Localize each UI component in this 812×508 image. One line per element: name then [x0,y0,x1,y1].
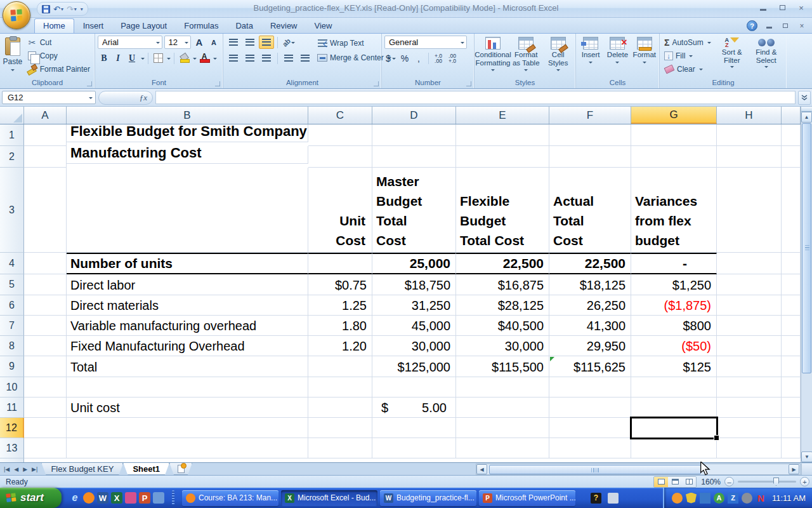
tab-home[interactable]: Home [34,18,74,33]
cell-B4[interactable]: Number of units [67,253,308,274]
row-header-6[interactable]: 6 [0,295,24,316]
task-button-powerpoint[interactable]: PMicrosoft PowerPoint ... [479,490,575,506]
horizontal-scrollbar[interactable]: ◀ ▶ [476,464,801,475]
cell-C5[interactable]: $0.75 [308,274,372,295]
insert-worksheet-tab[interactable] [169,463,192,475]
cell-A11[interactable] [24,398,67,418]
tab-page-layout[interactable]: Page Layout [112,19,175,33]
column-header-partial[interactable] [782,107,801,124]
italic-button[interactable]: I [112,51,124,65]
format-cells-button[interactable]: Format [632,36,657,78]
row-header-7[interactable]: 7 [0,316,24,336]
cell-A7[interactable] [24,316,67,336]
cell-G2[interactable] [631,146,717,168]
border-dropdown-arrow[interactable] [167,58,171,62]
cell-G9[interactable]: $125 [631,356,717,377]
cell-H1[interactable] [717,124,782,146]
next-sheet-button[interactable]: ▶ [21,465,29,473]
fill-color-dropdown-arrow[interactable] [193,58,197,62]
column-header-C[interactable]: C [308,107,372,124]
cell-B6[interactable]: Direct materials [67,295,308,316]
column-header-D[interactable]: D [372,107,456,124]
orientation-button[interactable]: ab [281,36,296,49]
zoom-in-button[interactable]: + [800,477,809,486]
cell-C1[interactable] [308,124,372,146]
scroll-down-button[interactable]: ▼ [801,451,812,462]
insert-function-button[interactable]: ƒx [98,91,153,105]
cell-I9[interactable] [782,356,801,377]
tray-app-tools-icon[interactable] [700,493,710,504]
active-cell-border[interactable] [630,417,718,439]
cell-E12[interactable] [456,418,549,438]
zoom-slider-handle[interactable] [773,478,779,486]
cell-G1[interactable] [631,124,717,146]
cell-B13[interactable] [67,438,308,458]
quick-launch-word-icon[interactable]: W [97,492,108,504]
copy-button[interactable]: Copy [25,50,92,62]
row-header-5[interactable]: 5 [0,274,24,295]
cell-F6[interactable]: 26,250 [549,295,631,316]
last-sheet-button[interactable]: ▶| [30,465,39,473]
task-button-firefox[interactable]: Course: BA 213: Man... [182,490,278,506]
accounting-format-button[interactable]: $ [384,51,397,65]
redo-dropdown-arrow[interactable]: ▾ [74,6,77,12]
customize-qat-button[interactable]: ▾ [79,6,84,12]
cell-H5[interactable] [717,274,782,295]
expand-formula-bar-button[interactable] [798,91,811,105]
tab-insert[interactable]: Insert [75,19,112,33]
cell-I3[interactable] [782,168,801,253]
cell-D2[interactable] [372,146,456,168]
percent-style-button[interactable]: % [398,51,411,65]
start-button[interactable]: start [0,488,62,508]
cell-C10[interactable] [308,377,372,398]
align-left-button[interactable] [226,51,241,65]
alignment-dialog-launcher[interactable] [374,81,379,86]
cell-H9[interactable] [717,356,782,377]
cell-C9[interactable] [308,356,372,377]
cell-H13[interactable] [717,438,782,458]
restore-button[interactable] [776,3,788,12]
cell-F7[interactable]: 41,300 [549,316,631,336]
number-dialog-launcher[interactable] [466,81,471,86]
cell-A12[interactable] [24,418,67,438]
font-size-dropdown-arrow[interactable] [185,42,188,46]
scroll-right-button[interactable]: ▶ [789,464,799,474]
column-header-B[interactable]: B [67,107,308,124]
cell-B7[interactable]: Variable manufacturing overhead [67,316,308,336]
quick-launch-firefox-icon[interactable] [83,492,95,504]
zoom-slider[interactable] [738,481,796,483]
cell-H2[interactable] [717,146,782,168]
column-header-H[interactable]: H [717,107,782,124]
cell-I6[interactable] [782,295,801,316]
cell-G11[interactable] [631,398,717,418]
cell-F12[interactable] [549,418,631,438]
format-as-table-button[interactable]: Format as Table [511,36,541,78]
cell-A9[interactable] [24,356,67,377]
font-name-dropdown-arrow[interactable] [156,42,160,46]
cell-G3[interactable]: Variances from flex budget [631,168,717,253]
cell-E13[interactable] [456,438,549,458]
increase-indent-button[interactable] [298,51,313,65]
font-size-combo[interactable]: 12 [164,36,191,49]
row-header-11[interactable]: 11 [0,398,24,418]
cell-D1[interactable] [372,124,456,146]
cell-I2[interactable] [782,146,801,168]
cell-E9[interactable]: $115,500 [456,356,549,377]
insert-cells-button[interactable]: Insert [579,36,603,78]
vertical-scrollbar[interactable]: ▲ ▼ [801,107,812,462]
cell-C3[interactable]: Unit Cost [308,168,372,253]
name-box[interactable]: G12 [2,91,96,104]
align-top-button[interactable] [226,36,241,49]
cell-B9[interactable]: Total [67,356,308,377]
cell-G7[interactable]: $800 [631,316,717,336]
page-break-view-button[interactable] [682,477,696,487]
tray-app-gray-icon[interactable] [742,493,752,504]
select-all-corner[interactable] [0,107,24,124]
cell-B3[interactable] [67,168,308,253]
cell-F3[interactable]: Actual Total Cost [549,168,631,253]
save-button[interactable] [41,5,51,13]
cell-E4[interactable]: 22,500 [456,253,549,274]
font-name-combo[interactable]: Arial [98,36,162,49]
cell-E6[interactable]: $28,125 [456,295,549,316]
cell-A5[interactable] [24,274,67,295]
